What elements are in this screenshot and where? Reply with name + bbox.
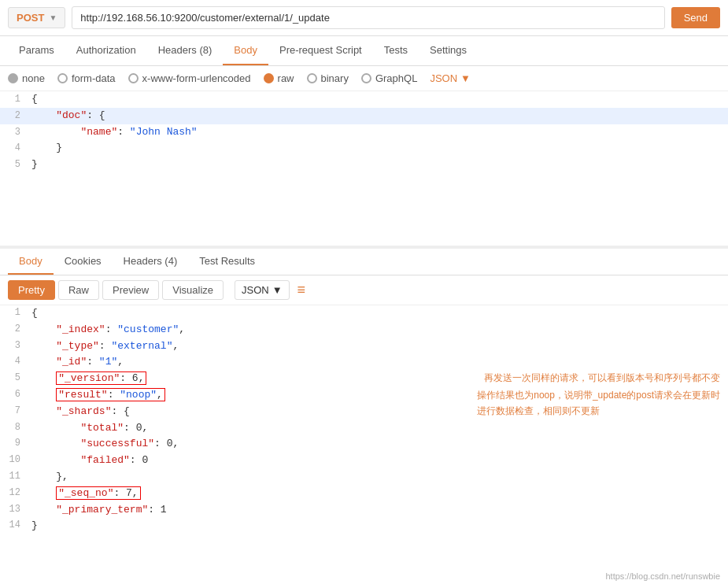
option-graphql[interactable]: GraphQL (361, 72, 417, 84)
resp-line-4: 4 "_id": "1", (0, 354, 728, 371)
line-content-2: "doc": { (28, 108, 728, 124)
editor-line-1: 1 { (0, 91, 728, 108)
resp-line-6: 6 "result": "noop", 操作结果也为noop，说明带_updat… (0, 387, 728, 404)
tab-params[interactable]: Params (8, 36, 65, 65)
resp-line-3: 3 "_type": "external", (0, 338, 728, 355)
resp-format-arrow-icon: ▼ (272, 284, 283, 296)
line-num-3: 3 (0, 124, 28, 140)
option-raw[interactable]: raw (264, 72, 294, 84)
resp-content-10: "failed": 0 (28, 453, 728, 469)
send-button[interactable]: Send (671, 7, 720, 28)
annotation-line5: 再发送一次同样的请求，可以看到版本号和序列号都不变 (484, 371, 720, 386)
format-visualize[interactable]: Visualize (162, 280, 224, 300)
line-content-4: } (28, 140, 728, 157)
wrap-icon[interactable]: ≡ (297, 282, 306, 298)
resp-content-12: "_seq_no": 7, (28, 486, 728, 502)
editor-line-4: 4 } (0, 140, 728, 157)
resp-line-12: 12 "_seq_no": 7, (0, 486, 728, 502)
method-text: POST (17, 12, 44, 24)
resp-line-2: 2 "_index": "customer", (0, 322, 728, 338)
resp-line-9: 9 "successful": 0, (0, 436, 728, 453)
option-none[interactable]: none (8, 72, 45, 84)
option-raw-label: raw (278, 72, 294, 84)
body-options: none form-data x-www-form-urlencoded raw… (0, 66, 728, 91)
response-tabs: Body Cookies Headers (4) Test Results (0, 249, 728, 275)
resp-tab-cookies[interactable]: Cookies (54, 249, 113, 275)
url-input[interactable] (72, 6, 664, 29)
resp-content-2: "_index": "customer", (28, 322, 728, 338)
resp-linenum-6: 6 (0, 387, 28, 402)
tab-authorization[interactable]: Authorization (65, 36, 147, 65)
editor-line-2: 2 "doc": { (0, 108, 728, 124)
request-tabs: Params Authorization Headers (8) Body Pr… (0, 36, 728, 66)
radio-graphql-icon (361, 73, 371, 83)
response-format-dropdown[interactable]: JSON ▼ (235, 280, 290, 300)
resp-content-1: { (28, 305, 728, 322)
resp-linenum-3: 3 (0, 338, 28, 353)
line-content-5: } (28, 157, 728, 173)
resp-linenum-2: 2 (0, 322, 28, 337)
tab-settings[interactable]: Settings (419, 36, 478, 65)
resp-linenum-4: 4 (0, 354, 28, 369)
resp-line-8: 8 "total": 0, (0, 420, 728, 437)
format-label: JSON (430, 72, 457, 84)
resp-linenum-10: 10 (0, 453, 28, 468)
resp-tab-testresults[interactable]: Test Results (188, 249, 266, 275)
resp-tab-headers[interactable]: Headers (4) (113, 249, 189, 275)
resp-line-11: 11 }, (0, 469, 728, 486)
format-raw[interactable]: Raw (58, 280, 99, 300)
resp-line-5: 5 "_version": 6, 再发送一次同样的请求，可以看到版本号和序列号都… (0, 371, 728, 387)
editor-line-3: 3 "name": "John Nash" (0, 124, 728, 141)
resp-format-label: JSON (242, 284, 269, 296)
resp-linenum-13: 13 (0, 502, 28, 517)
line-content-1: { (28, 91, 728, 108)
tab-body[interactable]: Body (223, 36, 268, 65)
radio-none-icon (8, 73, 18, 83)
line-num-5: 5 (0, 157, 28, 172)
option-graphql-label: GraphQL (375, 72, 417, 84)
line-content-3: "name": "John Nash" (28, 124, 728, 141)
radio-urlencoded-icon (128, 73, 139, 83)
option-urlencoded-label: x-www-form-urlencoded (142, 72, 251, 84)
resp-content-8: "total": 0, (28, 420, 728, 437)
option-formdata-label: form-data (72, 72, 116, 84)
tab-headers[interactable]: Headers (8) (147, 36, 224, 65)
format-preview[interactable]: Preview (102, 280, 159, 300)
resp-linenum-9: 9 (0, 436, 28, 451)
method-selector[interactable]: POST ▼ (8, 7, 65, 28)
resp-line-10: 10 "failed": 0 (0, 453, 728, 469)
resp-content-7: "_shards": { (28, 404, 728, 420)
tab-tests[interactable]: Tests (373, 36, 419, 65)
format-arrow-icon: ▼ (460, 72, 471, 84)
request-editor[interactable]: 1 { 2 "doc": { 3 "name": "John Nash" 4 }… (0, 91, 728, 249)
resp-linenum-7: 7 (0, 404, 28, 419)
format-pretty[interactable]: Pretty (8, 280, 55, 300)
format-dropdown[interactable]: JSON ▼ (430, 72, 471, 84)
response-body: 1 { 2 "_index": "customer", 3 "_type": "… (0, 305, 728, 534)
resp-linenum-1: 1 (0, 305, 28, 320)
option-binary[interactable]: binary (307, 72, 349, 84)
resp-linenum-11: 11 (0, 469, 28, 484)
top-bar: POST ▼ Send (0, 0, 728, 36)
resp-line-13: 13 "_primary_term": 1 (0, 502, 728, 519)
response-format-bar: Pretty Raw Preview Visualize JSON ▼ ≡ (0, 275, 728, 305)
resp-linenum-12: 12 (0, 486, 28, 501)
resp-content-14: } (28, 518, 728, 534)
resp-content-3: "_type": "external", (28, 338, 728, 355)
resp-line-7: 7 "_shards": { (0, 404, 728, 420)
line-num-2: 2 (0, 108, 28, 124)
resp-linenum-8: 8 (0, 420, 28, 435)
resp-line-1: 1 { (0, 305, 728, 322)
option-urlencoded[interactable]: x-www-form-urlencoded (128, 72, 251, 84)
radio-formdata-icon (57, 73, 68, 83)
line-num-1: 1 (0, 91, 28, 107)
radio-binary-icon (307, 73, 317, 83)
option-form-data[interactable]: form-data (57, 72, 116, 84)
tab-prerequest[interactable]: Pre-request Script (268, 36, 373, 65)
method-arrow-icon: ▼ (49, 13, 57, 22)
resp-tab-body[interactable]: Body (8, 249, 54, 275)
option-none-label: none (22, 72, 45, 84)
resp-content-4: "_id": "1", (28, 354, 728, 371)
resp-line-14: 14 } (0, 518, 728, 534)
resp-content-11: }, (28, 469, 728, 486)
